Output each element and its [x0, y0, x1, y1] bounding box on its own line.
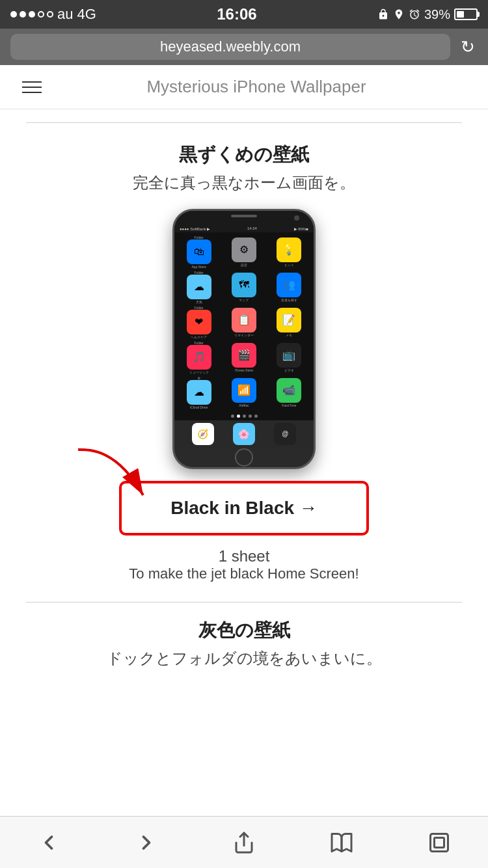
- app-icon-notes: 📝: [277, 308, 301, 332]
- section-1: 黒ずくめの壁紙 完全に真っ黒なホーム画面を。 ●●●● SoftBank ▶ 1…: [0, 123, 488, 602]
- url-bar: ↻: [0, 29, 488, 65]
- app-icon-itunes: 🎬: [232, 343, 256, 368]
- phone-camera: [294, 215, 299, 221]
- app-icon-reminders: 📋: [232, 308, 256, 332]
- home-button: [235, 448, 253, 467]
- folder-label-10: Folder: [195, 341, 204, 345]
- app-row-2: Folder ☁ 天気 🗺 マップ 👥: [177, 270, 311, 304]
- app-icon-icloud: ☁: [187, 380, 211, 405]
- dock-app: @: [274, 423, 296, 445]
- phone-speaker: [231, 215, 257, 217]
- app-icon-friends: 👥: [277, 273, 301, 297]
- refresh-button[interactable]: ↻: [458, 34, 478, 60]
- app-icon-wifi: 📶: [232, 378, 256, 403]
- section-1-title: 黒ずくめの壁紙: [26, 142, 462, 167]
- status-left: au 4G: [10, 6, 96, 23]
- tabs-button[interactable]: [420, 823, 459, 862]
- app-icon-weather: ☁: [187, 275, 211, 299]
- alarm-icon: [409, 8, 420, 20]
- section-2: 灰色の壁紙 ドックとフォルダの境をあいまいに。: [0, 603, 488, 691]
- svg-rect-2: [431, 834, 448, 851]
- forward-button[interactable]: [127, 823, 166, 862]
- arrow-svg: [65, 443, 169, 521]
- signal-dot-3: [29, 11, 35, 18]
- location-icon: [393, 8, 405, 20]
- signal-dots: [10, 11, 53, 18]
- app-label-notes: メモ: [286, 333, 292, 337]
- section-2-subtitle: ドックとフォルダの境をあいまいに。: [26, 648, 462, 669]
- app-icon-appstore: 🛍: [187, 239, 211, 264]
- lock-icon: [377, 8, 389, 20]
- page-dots: [174, 412, 314, 420]
- app-folder-4: Folder ☁ 天気: [183, 270, 215, 304]
- app-folder-9: 📝 メモ: [273, 307, 305, 337]
- app-icon-health: ❤: [187, 310, 211, 334]
- carrier-label: au: [57, 6, 73, 23]
- app-row-4: Folder 🎵 ミュージック 🎬 iTunes Store: [177, 340, 311, 374]
- phone-home-bar: [235, 448, 253, 467]
- phone-screen: ●●●● SoftBank ▶ 14:24 ▶ 80%■ Folder 🛍 Ap…: [174, 225, 314, 448]
- app-folder-12: 📺 ビデオ: [273, 342, 305, 372]
- folder-label-4: Folder: [195, 271, 204, 275]
- app-folder-11: 🎬 iTunes Store: [228, 342, 260, 372]
- app-icon-settings: ⚙: [232, 237, 256, 262]
- app-label-appstore: App Store: [192, 265, 206, 269]
- hamburger-menu[interactable]: [20, 79, 44, 96]
- cta-area: Black in Black →: [26, 482, 462, 534]
- app-label-settings: 設定: [241, 263, 247, 267]
- url-input[interactable]: [10, 34, 450, 60]
- page-dot-2: [237, 414, 240, 418]
- phone-status-bar: ●●●● SoftBank ▶ 14:24 ▶ 80%■: [174, 225, 314, 232]
- battery-fill: [457, 11, 464, 18]
- hamburger-line-2: [22, 87, 42, 88]
- signal-dot-4: [38, 11, 44, 18]
- svg-rect-3: [435, 837, 444, 847]
- phone-mockup: ●●●● SoftBank ▶ 14:24 ▶ 80%■ Folder 🛍 Ap…: [172, 209, 316, 469]
- app-folder-1: Folder 🛍 App Store: [183, 235, 215, 269]
- network-label: 4G: [77, 6, 96, 23]
- app-folder-2: ⚙ 設定: [228, 237, 260, 267]
- section-1-subtitle: 完全に真っ黒なホーム画面を。: [26, 172, 462, 193]
- app-label-tips: ヒント: [284, 263, 294, 267]
- app-label-itunes: iTunes Store: [235, 368, 253, 372]
- nav-bar: Mysterious iPhone Wallpaper: [0, 65, 488, 109]
- app-folder-5: 🗺 マップ: [228, 272, 260, 302]
- app-icon-maps: 🗺: [232, 273, 256, 297]
- battery-icon: [454, 8, 478, 20]
- app-label-reminders: リマインダー: [234, 333, 254, 337]
- app-folder-3: 💡 ヒント: [273, 237, 305, 267]
- app-icon-music: 🎵: [187, 345, 211, 370]
- phone-wrapper: ●●●● SoftBank ▶ 14:24 ▶ 80%■ Folder 🛍 Ap…: [26, 209, 462, 469]
- bottom-toolbar: [0, 816, 488, 868]
- phone-dock: 🧭 🌸 @: [174, 420, 314, 448]
- app-label-wifi: AirMac: [239, 403, 249, 407]
- app-folder-10: Folder 🎵 ミュージック: [183, 340, 215, 374]
- sheet-info: 1 sheet To make the jet black Home Scree…: [52, 547, 436, 582]
- page-dot-5: [254, 414, 258, 418]
- app-label-maps: マップ: [239, 298, 249, 302]
- dock-safari: 🧭: [192, 423, 214, 445]
- signal-dot-5: [47, 11, 53, 18]
- app-grid: Folder 🛍 App Store ⚙ 設定 �: [174, 232, 314, 412]
- app-label-weather: 天気: [196, 300, 202, 304]
- app-row-5: id ☁ iCloud Drive 📶 AirMac: [177, 375, 311, 409]
- app-label-video: ビデオ: [284, 368, 294, 372]
- app-icon-facetime: 📹: [277, 378, 301, 403]
- app-icon-video: 📺: [277, 343, 301, 368]
- app-row-3: Folder ❤ ヘルスケア 📋 リマインダー �: [177, 305, 311, 339]
- main-content: 黒ずくめの壁紙 完全に真っ黒なホーム画面を。 ●●●● SoftBank ▶ 1…: [0, 109, 488, 763]
- app-folder-7: Folder ❤ ヘルスケア: [183, 305, 215, 339]
- battery-percent: 39%: [424, 7, 450, 22]
- section-2-title: 灰色の壁紙: [26, 618, 462, 643]
- phone-notch: [174, 211, 314, 225]
- share-button[interactable]: [224, 823, 264, 862]
- app-label-music: ミュージック: [189, 370, 209, 374]
- status-bar: au 4G 16:06 39%: [0, 0, 488, 29]
- bottom-spacer: [0, 691, 488, 750]
- bookmarks-button[interactable]: [322, 823, 361, 862]
- dock-photos: 🌸: [233, 423, 255, 445]
- folder-label-7: Folder: [195, 306, 204, 310]
- back-button[interactable]: [29, 823, 68, 862]
- hamburger-line-1: [22, 81, 42, 83]
- signal-dot-1: [10, 11, 17, 18]
